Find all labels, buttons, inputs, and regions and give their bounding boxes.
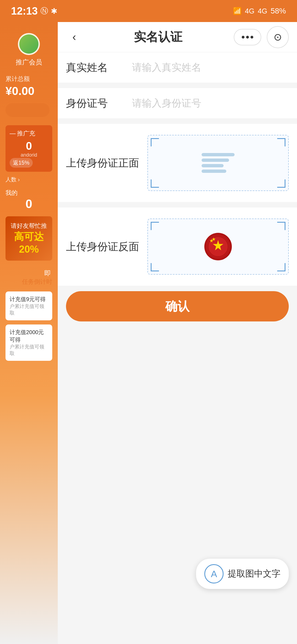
id-row: 身份证号 xyxy=(66,88,289,118)
back-button[interactable]: ‹ xyxy=(66,29,82,45)
id-section: 身份证号 xyxy=(58,88,297,118)
name-section: 真实姓名 xyxy=(58,52,297,83)
task1-sub: 户累计充值可领取 xyxy=(10,303,48,316)
people-label: 人数 xyxy=(6,176,16,183)
invite-text: 请好友帮忙推 xyxy=(8,222,50,230)
more-button[interactable] xyxy=(234,29,261,45)
upload-front-area[interactable] xyxy=(147,135,289,191)
back-corner-tl xyxy=(151,222,159,230)
task-item-1: 计充值9元可得 户累计充值可领取 xyxy=(6,291,52,320)
promo-title: — 推广充 xyxy=(10,129,48,138)
minus-icon: — xyxy=(10,130,16,137)
task2-sub: 户累计充值可领取 xyxy=(10,343,48,357)
wifi-icon: 📶 xyxy=(233,7,242,15)
national-emblem xyxy=(204,233,232,260)
background-content: 推广会员 累计总额 ¥0.00 — 推广充 0 andorid 返15% 人数 … xyxy=(0,22,58,370)
back-corner-bl xyxy=(151,263,159,271)
confirm-label: 确认 xyxy=(165,298,189,315)
promo-sub: andorid xyxy=(10,152,48,158)
total-label: 累计总额 xyxy=(6,75,52,83)
id-front-preview xyxy=(148,135,288,190)
avatar-image xyxy=(19,34,38,54)
status-right: 📶 4G 4G 58% xyxy=(233,7,286,15)
task-items: 计充值9元可得 户累计充值可领取 计充值2000元可得 户累计充值可领取 xyxy=(6,291,52,361)
corner-tl xyxy=(151,138,159,146)
countdown-text: 任务倒计时 xyxy=(6,278,52,286)
upload-front-label: 上传身份证正面 xyxy=(66,156,139,170)
id-input[interactable] xyxy=(129,92,289,114)
name-row: 真实姓名 xyxy=(66,52,289,83)
promo-section: — 推广充 0 andorid 返15% xyxy=(6,125,52,172)
upload-back-section: 上传身份证反面 xyxy=(58,208,297,286)
back-icon: ‹ xyxy=(72,31,76,43)
corner-tr xyxy=(277,138,285,146)
status-left: 12:13 Ⓝ ✱ xyxy=(11,5,57,17)
percent-text: 高可达20% xyxy=(8,230,50,255)
task2-main: 计充值2000元可得 xyxy=(10,329,48,343)
scan-button[interactable]: ⊙ xyxy=(267,26,289,48)
ocr-icon: A xyxy=(204,564,224,583)
page-title: 实名认证 xyxy=(88,29,228,45)
task1-main: 计充值9元可得 xyxy=(10,296,48,303)
name-input[interactable] xyxy=(129,56,289,79)
task-item-2: 计充值2000元可得 户累计充值可领取 xyxy=(6,324,52,361)
upload-front-section: 上传身份证正面 xyxy=(58,124,297,202)
ocr-icon-label: A xyxy=(211,569,217,579)
upload-back-label: 上传身份证反面 xyxy=(66,240,139,254)
name-label: 真实姓名 xyxy=(66,61,129,75)
nfc-icon: Ⓝ xyxy=(40,6,48,16)
return-badge: 返15% xyxy=(10,158,33,168)
id-back-preview xyxy=(148,219,288,274)
confirm-button[interactable]: 确认 xyxy=(66,291,289,321)
invite-banner: 请好友帮忙推 高可达20% xyxy=(6,216,52,261)
avatar xyxy=(18,33,40,55)
chevron-right-icon: › xyxy=(18,176,20,183)
scan-icon: ⊙ xyxy=(274,31,282,43)
total-amount: ¥0.00 xyxy=(6,84,52,98)
back-corner-br xyxy=(277,263,285,271)
id-line-3 xyxy=(202,164,224,167)
dot3 xyxy=(251,36,253,39)
my-section: 我的 0 xyxy=(6,189,52,211)
my-number: 0 xyxy=(6,197,52,211)
id-label: 身份证号 xyxy=(66,96,129,110)
id-line-1 xyxy=(202,153,235,156)
nav-bar: ‹ 实名认证 ⊙ xyxy=(58,22,297,52)
signal2-icon: 4G xyxy=(258,7,267,15)
dot1 xyxy=(242,36,244,39)
corner-bl xyxy=(151,179,159,188)
people-section: 人数 › xyxy=(6,176,52,183)
dot2 xyxy=(246,36,249,39)
my-label: 我的 xyxy=(6,189,18,196)
id-line-2 xyxy=(202,159,229,162)
ocr-text: 提取图中文字 xyxy=(228,568,280,580)
corner-br xyxy=(277,179,285,188)
promo-number: 0 xyxy=(10,140,48,152)
upload-back-area[interactable] xyxy=(147,219,289,275)
back-corner-tr xyxy=(277,222,285,230)
bluetooth-icon: ✱ xyxy=(51,7,57,16)
ocr-fab[interactable]: A 提取图中文字 xyxy=(196,559,289,589)
status-time: 12:13 xyxy=(11,5,38,17)
status-bar: 12:13 Ⓝ ✱ 📶 4G 4G 58% xyxy=(0,0,297,22)
immediate-text: 即 xyxy=(6,269,52,278)
battery-level: 58% xyxy=(271,7,286,15)
vip-label: 推广会员 xyxy=(6,58,52,67)
signal1-icon: 4G xyxy=(245,7,255,15)
orange-button[interactable] xyxy=(6,103,50,117)
main-panel: ‹ 实名认证 ⊙ 真实姓名 身份证号 上传身份证正面 xyxy=(58,22,297,644)
id-line-4 xyxy=(202,170,226,173)
id-card-lines xyxy=(196,148,240,178)
